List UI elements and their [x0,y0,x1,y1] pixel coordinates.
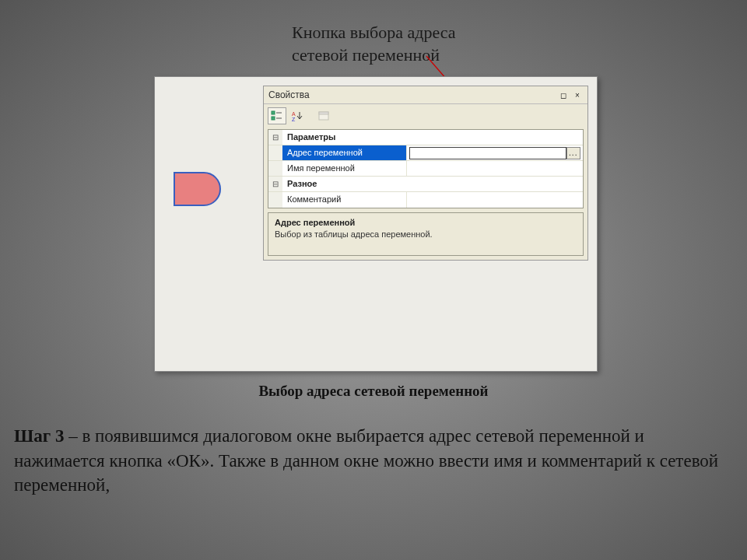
group-label-parameters: Параметры [282,130,583,145]
address-browse-button[interactable]: ... [566,147,580,159]
group-row-misc: ⊟ Разное [268,177,583,192]
row-indent [268,192,282,208]
description-title: Адрес переменной [275,218,577,227]
panel-titlebar: Свойства ◻ × [264,86,587,104]
panel-window-controls: ◻ × [558,90,583,100]
group-row-parameters: ⊟ Параметры [268,130,583,145]
row-indent [268,145,282,160]
row-indent [268,161,282,176]
property-pages-button[interactable] [314,107,333,124]
figure-caption: Выбор адреса сетевой переменной [0,383,747,400]
collapse-icon[interactable]: ⊟ [268,130,282,145]
prop-label-name: Имя переменной [282,161,407,176]
prop-row-name[interactable]: Имя переменной [268,161,583,177]
prop-value-comment[interactable] [407,192,583,208]
minimize-icon[interactable]: ◻ [558,90,569,100]
property-grid: ⊟ Параметры Адрес переменной ... Имя пер… [268,129,584,208]
annotation-label: Кнопка выбора адреса сетевой переменной [292,22,456,66]
description-text: Выбор из таблицы адреса переменной. [275,229,577,239]
step-prefix: Шаг 3 [14,426,68,446]
svg-rect-2 [272,117,275,120]
svg-rect-8 [319,112,328,114]
annotation-line2: сетевой переменной [292,45,440,65]
close-icon[interactable]: × [572,90,583,100]
prop-row-comment[interactable]: Комментарий [268,192,583,208]
annotation-line1: Кнопка выбора адреса [292,23,456,42]
prop-value-address[interactable]: ... [407,145,583,160]
svg-text:Z: Z [292,117,296,121]
description-pane: Адрес переменной Выбор из таблицы адреса… [268,212,584,256]
prop-row-address[interactable]: Адрес переменной ... [268,145,583,161]
prop-value-name[interactable] [407,161,583,176]
panel-title: Свойства [268,89,310,100]
comment-input[interactable] [409,194,580,206]
group-label-misc: Разное [282,177,583,191]
categorized-view-button[interactable] [268,107,286,124]
collapse-icon[interactable]: ⊟ [268,177,282,191]
step-body: – в появившимся диалоговом окне выбирает… [14,426,718,495]
svg-rect-1 [272,111,275,114]
panel-toolbar: A Z [264,104,587,128]
address-input[interactable] [409,147,566,159]
logic-gate-symbol [173,171,224,207]
alphabetical-view-button[interactable]: A Z [288,107,307,124]
prop-label-address: Адрес переменной [282,145,407,160]
name-input[interactable] [409,163,580,175]
svg-text:A: A [292,111,296,117]
properties-panel: Свойства ◻ × A Z [263,86,588,261]
step-paragraph: Шаг 3 – в появившимся диалоговом окне вы… [14,424,724,498]
prop-label-comment: Комментарий [282,192,407,208]
